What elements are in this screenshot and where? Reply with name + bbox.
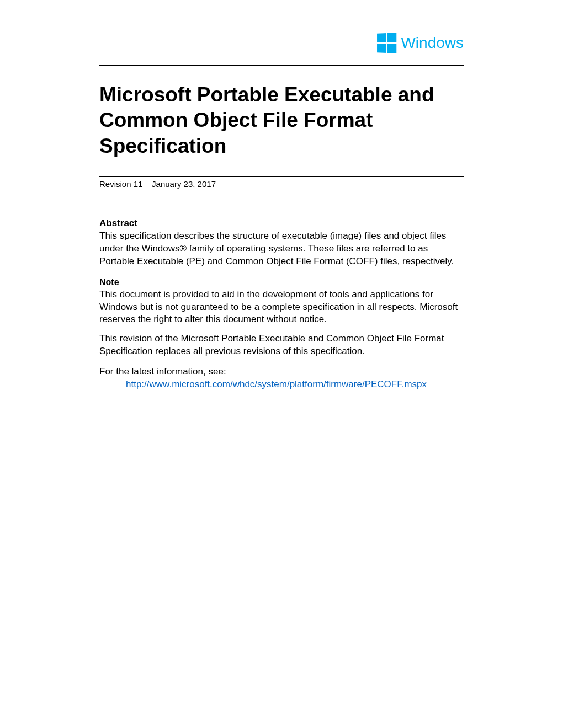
latest-info: For the latest information, see: http://… [99,366,464,391]
note-body: This document is provided to aid in the … [99,288,464,326]
abstract-heading: Abstract [99,218,464,229]
header-logo-container: Windows [99,33,464,53]
windows-logo-icon [377,33,396,53]
header-divider [99,65,464,66]
windows-logo: Windows [376,33,464,53]
document-title: Microsoft Portable Executable and Common… [99,82,464,159]
windows-logo-text: Windows [401,34,464,52]
abstract-divider [99,275,464,275]
latest-info-link[interactable]: http://www.microsoft.com/whdc/system/pla… [126,378,427,391]
revision-text: Revision 11 – January 23, 2017 [99,179,464,189]
abstract-body: This specification describes the structu… [99,230,464,268]
latest-info-intro: For the latest information, see: [99,366,226,377]
revision-section: Revision 11 – January 23, 2017 [99,176,464,191]
revision-note: This revision of the Microsoft Portable … [99,333,464,358]
note-heading: Note [99,277,464,287]
